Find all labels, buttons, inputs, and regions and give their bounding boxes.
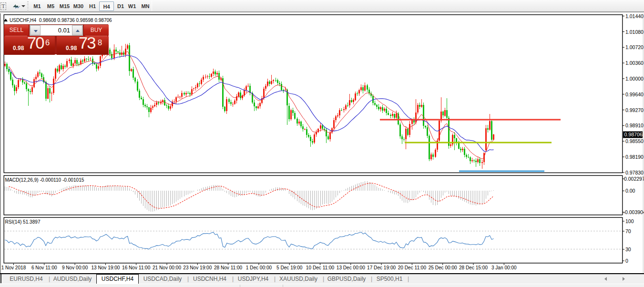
svg-text:70: 70 [625,228,631,234]
svg-text:21 Nov 00:00: 21 Nov 00:00 [153,265,181,270]
svg-text:1 Nov 2018: 1 Nov 2018 [1,265,26,270]
svg-text:17 Dec 19:00: 17 Dec 19:00 [367,265,396,270]
svg-text:0.98910: 0.98910 [625,123,644,128]
svg-text:13 Nov 19:00: 13 Nov 19:00 [91,265,120,270]
svg-text:0.97830: 0.97830 [625,170,644,175]
svg-text:0.98550: 0.98550 [625,138,644,144]
svg-text:20 Dec 11:00: 20 Dec 11:00 [398,265,427,270]
svg-text:1.00360: 1.00360 [625,60,644,66]
svg-text:1.01080: 1.01080 [625,29,644,35]
svg-text:-0.003904: -0.003904 [624,209,644,215]
svg-text:6 Nov 11:00: 6 Nov 11:00 [31,265,57,270]
svg-text:1 Dec 00:00: 1 Dec 00:00 [246,265,272,270]
svg-text:0.002297: 0.002297 [624,176,644,182]
svg-text:5 Dec 19:00: 5 Dec 19:00 [276,265,303,270]
svg-text:0: 0 [625,258,628,264]
svg-text:MACD(12,26,9) -0.000110 -0.001: MACD(12,26,9) -0.000110 -0.001015 [5,177,84,183]
svg-text:9 Nov 00:00: 9 Nov 00:00 [62,265,88,270]
svg-text:0.99640: 0.99640 [625,92,644,97]
svg-text:16 Nov 11:00: 16 Nov 11:00 [122,265,151,270]
svg-text:100: 100 [625,218,634,224]
svg-text:0.00: 0.00 [625,188,635,194]
svg-text:3 Jan 00:00: 3 Jan 00:00 [491,265,517,270]
svg-text:28 Nov 11:00: 28 Nov 11:00 [214,265,243,270]
svg-text:1.00000: 1.00000 [625,76,644,82]
svg-text:1.00720: 1.00720 [625,44,644,50]
svg-text:28 Dec 15:00: 28 Dec 15:00 [459,265,488,270]
svg-text:23 Nov 19:00: 23 Nov 19:00 [183,265,212,270]
svg-text:0.98190: 0.98190 [625,154,644,160]
svg-text:10 Dec 11:00: 10 Dec 11:00 [306,265,335,270]
svg-text:0.99270: 0.99270 [625,107,644,113]
svg-text:RSI(14) 51.3897: RSI(14) 51.3897 [5,219,41,225]
svg-text:13 Dec 00:00: 13 Dec 00:00 [337,265,365,270]
svg-text:1.01440: 1.01440 [625,13,644,19]
svg-text:0.98706: 0.98706 [624,132,643,137]
svg-text:25 Dec 00:00: 25 Dec 00:00 [429,265,457,270]
svg-text:30: 30 [625,246,631,252]
